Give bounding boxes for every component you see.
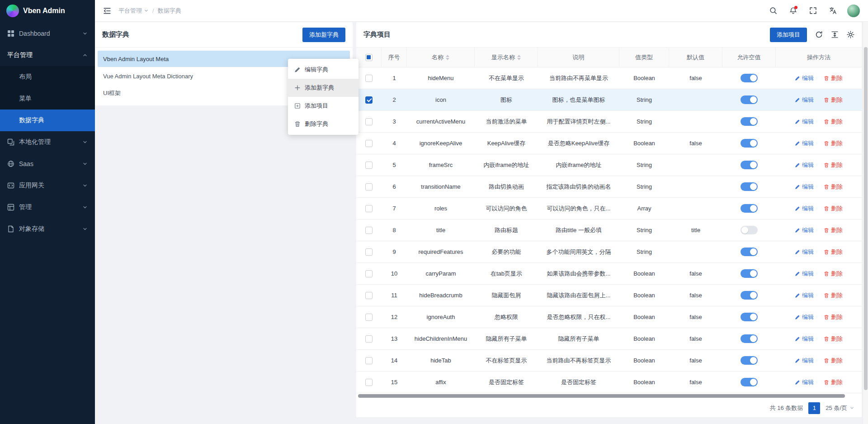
allow-null-toggle[interactable] [741,248,758,256]
delete-link[interactable]: 删除 [824,313,843,321]
allow-null-toggle[interactable] [741,378,758,386]
context-menu-item[interactable]: 编辑字典 [288,61,359,79]
sidebar-item[interactable]: 管理 [0,196,95,218]
delete-link[interactable]: 删除 [824,183,843,191]
allow-null-toggle[interactable] [741,334,758,343]
edit-link[interactable]: 编辑 [795,74,814,82]
allow-null-toggle[interactable] [741,161,758,169]
trash-icon [824,358,829,363]
delete-link[interactable]: 删除 [824,335,843,343]
allow-null-toggle[interactable] [741,204,758,213]
edit-link[interactable]: 编辑 [795,291,814,300]
delete-link[interactable]: 删除 [824,161,843,169]
row-checkbox[interactable] [365,314,373,321]
edit-link[interactable]: 编辑 [795,183,814,191]
sidebar-item[interactable]: 平台管理 [0,44,95,66]
settings-icon[interactable] [847,31,854,38]
allow-null-toggle[interactable] [741,74,758,82]
app-logo[interactable]: Vben Admin [0,0,95,22]
row-checkbox[interactable] [365,118,373,125]
row-checkbox[interactable] [365,205,373,212]
sidebar-item[interactable]: 本地化管理 [0,131,95,153]
delete-link[interactable]: 删除 [824,248,843,256]
row-checkbox[interactable] [365,183,373,191]
edit-link[interactable]: 编辑 [795,205,814,213]
edit-link[interactable]: 编辑 [795,161,814,169]
edit-link[interactable]: 编辑 [795,118,814,126]
bell-icon[interactable] [785,3,801,19]
delete-link[interactable]: 删除 [824,291,843,300]
allow-null-toggle[interactable] [741,139,758,148]
column-header[interactable]: 名称 [407,48,475,67]
allow-null-toggle[interactable] [741,313,758,321]
sidebar-item[interactable]: Saas [0,153,95,175]
allow-null-toggle[interactable] [741,269,758,278]
sidebar-item[interactable]: 对象存储 [0,218,95,240]
edit-link[interactable]: 编辑 [795,248,814,256]
vertical-scrollbar[interactable] [863,22,868,424]
column-header[interactable]: 显示名称 [475,48,538,67]
row-checkbox[interactable] [365,162,373,169]
row-checkbox[interactable] [365,270,373,277]
sidebar-subitem[interactable]: 布局 [0,66,95,88]
delete-link[interactable]: 删除 [824,378,843,386]
row-checkbox[interactable] [365,75,373,82]
delete-link[interactable]: 删除 [824,139,843,148]
sidebar-subitem[interactable]: 数据字典 [0,110,95,131]
pagination-page-button[interactable]: 1 [808,402,820,414]
sort-carets-icon[interactable] [517,55,521,60]
row-checkbox[interactable] [365,335,373,343]
menu-fold-icon[interactable] [103,7,111,15]
delete-link[interactable]: 删除 [824,118,843,126]
delete-link[interactable]: 删除 [824,205,843,213]
sidebar-subitem[interactable]: 菜单 [0,88,95,110]
delete-link[interactable]: 删除 [824,357,843,365]
row-checkbox[interactable] [365,292,373,299]
search-icon[interactable] [765,3,781,19]
allow-null-toggle[interactable] [741,117,758,126]
edit-link[interactable]: 编辑 [795,139,814,148]
sidebar-item[interactable]: 应用网关 [0,175,95,196]
avatar[interactable] [847,5,860,17]
allow-null-toggle[interactable] [741,95,758,104]
sort-carets-icon[interactable] [446,55,449,60]
row-checkbox[interactable] [365,357,373,364]
sidebar-item[interactable]: Dashboard [0,23,95,44]
delete-link[interactable]: 删除 [824,226,843,234]
fullscreen-icon[interactable] [805,3,821,19]
horizontal-scrollbar[interactable] [358,394,860,398]
edit-link[interactable]: 编辑 [795,270,814,278]
horizontal-scrollbar-thumb[interactable] [358,394,845,398]
context-menu-item[interactable]: 添加新字典 [288,79,359,97]
context-menu-item[interactable]: 删除字典 [288,115,359,133]
row-checkbox[interactable] [365,227,373,234]
vertical-scrollbar-thumb[interactable] [864,47,868,390]
allow-null-toggle[interactable] [741,182,758,191]
select-all-checkbox[interactable] [365,54,373,61]
edit-link[interactable]: 编辑 [795,357,814,365]
delete-link[interactable]: 删除 [824,96,843,104]
page-size-select[interactable]: 25 条/页 [826,404,854,412]
edit-link[interactable]: 编辑 [795,226,814,234]
edit-link[interactable]: 编辑 [795,335,814,343]
delete-link[interactable]: 删除 [824,74,843,82]
allow-null-toggle[interactable] [741,291,758,300]
row-checkbox[interactable] [365,140,373,147]
edit-link[interactable]: 编辑 [795,313,814,321]
edit-link[interactable]: 编辑 [795,96,814,104]
add-item-button[interactable]: 添加项目 [770,28,807,42]
delete-link[interactable]: 删除 [824,270,843,278]
allow-null-toggle[interactable] [741,226,758,234]
context-menu-item[interactable]: 添加项目 [288,97,359,115]
translate-icon[interactable] [825,3,841,19]
allow-null-toggle[interactable] [741,356,758,365]
refresh-icon[interactable] [815,31,823,38]
row-checkbox[interactable] [365,248,373,256]
saas-icon [7,160,14,167]
row-height-icon[interactable] [831,31,839,38]
edit-link[interactable]: 编辑 [795,378,814,386]
add-dict-button[interactable]: 添加新字典 [302,28,345,42]
breadcrumb-parent[interactable]: 平台管理 [118,7,149,15]
row-checkbox[interactable] [365,96,373,104]
row-checkbox[interactable] [365,379,373,386]
